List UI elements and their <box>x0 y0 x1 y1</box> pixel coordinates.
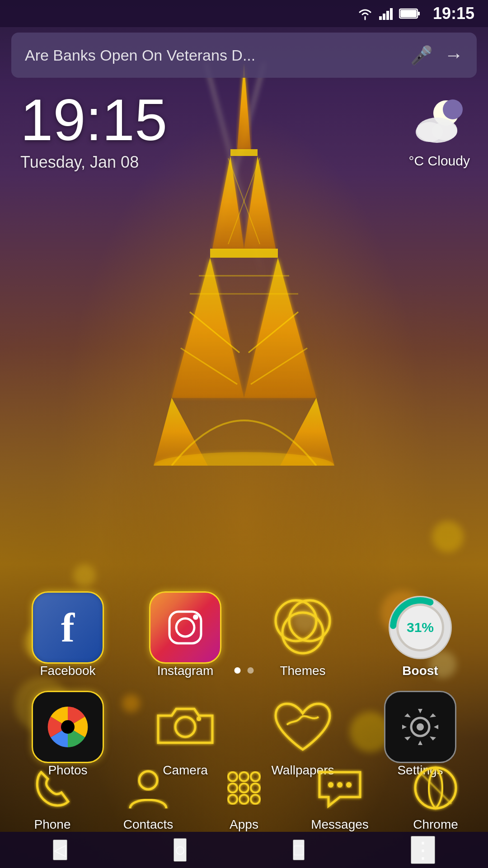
themes-icon[interactable] <box>267 591 339 664</box>
nav-back-button[interactable]: ◁ <box>53 840 67 860</box>
boost-icon[interactable]: 31% <box>384 591 456 664</box>
app-label-themes: Themes <box>280 664 325 678</box>
svg-point-50 <box>251 772 260 781</box>
eiffel-tower <box>154 59 334 466</box>
clock-time: 19:15 <box>20 90 167 149</box>
dock-messages[interactable]: Messages <box>297 763 383 832</box>
svg-point-57 <box>328 782 333 788</box>
svg-rect-25 <box>400 10 417 17</box>
search-text: Are Banks Open On Veterans D... <box>25 47 410 64</box>
svg-marker-7 <box>244 258 316 398</box>
app-themes[interactable]: Themes <box>258 591 348 678</box>
dock-label-messages: Messages <box>311 817 369 832</box>
search-arrow-icon[interactable]: → <box>444 44 463 66</box>
mic-icon[interactable]: 🎤 <box>410 45 433 66</box>
app-label-facebook: Facebook <box>40 664 96 678</box>
status-bar: 19:15 <box>0 0 488 27</box>
svg-point-42 <box>61 720 75 734</box>
app-instagram[interactable]: Instagram <box>140 591 230 678</box>
battery-icon <box>399 8 421 19</box>
instagram-icon[interactable] <box>149 591 221 664</box>
facebook-f-letter: f <box>61 604 75 651</box>
svg-rect-21 <box>386 11 389 20</box>
dock-phone[interactable]: Phone <box>9 763 95 832</box>
weather-widget: °C Cloudy <box>409 99 470 169</box>
app-boost[interactable]: 31% Boost <box>375 591 465 678</box>
svg-point-48 <box>228 772 237 781</box>
dock-label-chrome: Chrome <box>413 817 458 832</box>
dock-chrome[interactable]: Chrome <box>393 763 479 832</box>
svg-rect-2 <box>230 149 258 156</box>
dock-label-apps: Apps <box>230 817 258 832</box>
photos-icon[interactable] <box>32 691 104 763</box>
dock-apps[interactable]: Apps <box>201 763 287 832</box>
svg-marker-3 <box>212 156 244 249</box>
svg-point-58 <box>337 782 343 788</box>
svg-point-46 <box>417 723 424 731</box>
nav-recent-button[interactable]: □ <box>293 840 305 860</box>
svg-point-44 <box>197 717 201 721</box>
svg-point-56 <box>251 795 260 804</box>
app-row-1: f Facebook Instagram Th <box>0 591 488 678</box>
weather-description: °C Cloudy <box>409 153 470 169</box>
svg-point-53 <box>251 783 260 793</box>
camera-icon[interactable] <box>149 691 221 763</box>
svg-point-36 <box>282 613 323 653</box>
svg-point-59 <box>346 782 352 788</box>
svg-point-30 <box>432 122 457 140</box>
dock: Phone Contacts Apps <box>0 763 488 832</box>
page-dots <box>235 667 254 674</box>
svg-rect-19 <box>379 16 382 20</box>
search-bar[interactable]: Are Banks Open On Veterans D... 🎤 → <box>11 33 477 78</box>
svg-point-47 <box>139 771 157 789</box>
svg-point-51 <box>228 783 237 793</box>
svg-point-33 <box>193 614 198 620</box>
svg-point-52 <box>239 783 249 793</box>
svg-point-49 <box>239 772 249 781</box>
svg-rect-24 <box>418 12 420 15</box>
app-label-instagram: Instagram <box>157 664 214 678</box>
signal-icon <box>379 7 394 20</box>
svg-marker-4 <box>244 156 276 249</box>
svg-rect-22 <box>390 8 393 20</box>
svg-rect-20 <box>383 14 385 20</box>
svg-text:31%: 31% <box>406 620 433 635</box>
svg-point-54 <box>228 795 237 804</box>
dock-label-contacts: Contacts <box>123 817 174 832</box>
svg-marker-6 <box>172 258 244 398</box>
svg-rect-5 <box>210 249 278 258</box>
clock-widget: 19:15 Tuesday, Jan 08 <box>20 90 167 172</box>
svg-point-27 <box>443 99 463 119</box>
status-time: 19:15 <box>433 4 474 23</box>
facebook-icon[interactable]: f <box>32 591 104 664</box>
svg-point-32 <box>176 618 194 637</box>
dock-label-phone: Phone <box>34 817 71 832</box>
page-dot-2[interactable] <box>248 667 254 674</box>
clock-date: Tuesday, Jan 08 <box>20 153 167 172</box>
nav-bar: ◁ ○ □ ⋮ <box>0 832 488 868</box>
dock-contacts[interactable]: Contacts <box>105 763 191 832</box>
page-dot-1[interactable] <box>235 667 241 674</box>
svg-point-55 <box>239 795 249 804</box>
settings-icon[interactable] <box>384 691 456 763</box>
app-facebook[interactable]: f Facebook <box>23 591 113 678</box>
nav-more-button[interactable]: ⋮ <box>411 836 435 864</box>
svg-point-43 <box>175 717 195 737</box>
app-label-boost: Boost <box>402 664 438 678</box>
weather-icon <box>412 99 466 151</box>
wallpapers-icon[interactable] <box>267 691 339 763</box>
nav-home-button[interactable]: ○ <box>174 838 187 862</box>
wifi-icon <box>357 7 374 20</box>
